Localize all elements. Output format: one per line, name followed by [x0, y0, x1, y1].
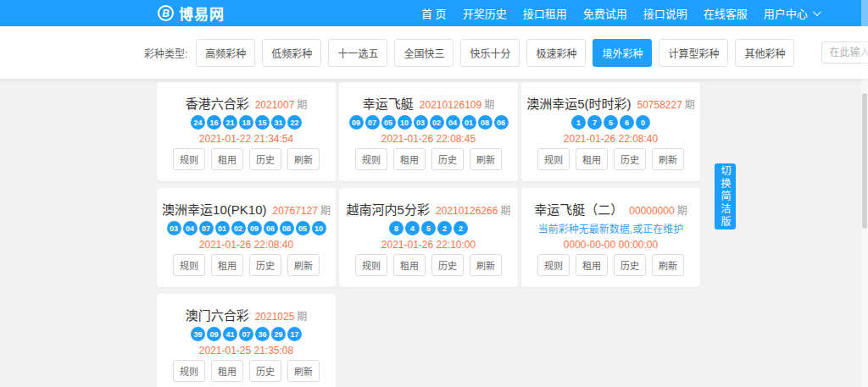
lottery-ball: 6	[620, 115, 634, 130]
lottery-ball: 05	[296, 221, 310, 235]
history-button[interactable]: 历史	[249, 360, 281, 382]
scrollbar-track[interactable]	[861, 0, 868, 387]
nav-item[interactable]: 接口说明	[643, 5, 687, 21]
rent-button[interactable]: 租用	[393, 148, 426, 170]
rent-button[interactable]: 租用	[211, 254, 243, 276]
lottery-ball: 5	[604, 115, 618, 130]
refresh-button[interactable]: 刷新	[470, 148, 502, 170]
lottery-ball: 01	[462, 115, 476, 130]
draw-time: 2021-01-26 22:08:40	[199, 239, 293, 251]
filter-tab[interactable]: 快乐十分	[460, 39, 520, 67]
nav-item[interactable]: 首 页	[421, 5, 447, 21]
filter-tab[interactable]: 计算型彩种	[659, 39, 728, 67]
nav-item[interactable]: 在线客服	[704, 5, 748, 21]
lottery-ball: 09	[207, 327, 221, 341]
refresh-button[interactable]: 刷新	[652, 254, 684, 276]
lottery-ball: 04	[183, 221, 198, 235]
history-button[interactable]: 历史	[431, 148, 464, 170]
refresh-button[interactable]: 刷新	[652, 148, 684, 170]
history-button[interactable]: 历史	[614, 148, 646, 170]
lottery-ball: 2	[453, 221, 468, 235]
nav-item[interactable]: 接口租用	[523, 5, 567, 21]
lottery-ball: 5	[421, 221, 436, 235]
issue-suffix: 期	[320, 205, 331, 217]
filter-tab[interactable]: 其他彩种	[735, 39, 794, 67]
rule-button[interactable]: 规则	[355, 148, 387, 170]
scrollbar-thumb[interactable]	[862, 93, 867, 229]
site-logo[interactable]: B 博易网	[158, 0, 225, 26]
rule-button[interactable]: 规则	[537, 254, 570, 276]
lottery-ball: 31	[271, 115, 286, 130]
lottery-card: 幸运飞艇（二）00000000期 当前彩种无最新数据,或正在维护 0000-00…	[521, 188, 700, 287]
refresh-button[interactable]: 刷新	[287, 254, 320, 276]
refresh-button[interactable]: 刷新	[470, 254, 502, 276]
maintenance-message: 当前彩种无最新数据,或正在维护	[538, 221, 683, 235]
filter-tab[interactable]: 低频彩种	[262, 39, 321, 67]
history-button[interactable]: 历史	[249, 148, 281, 170]
rent-button[interactable]: 租用	[576, 254, 608, 276]
nav-item[interactable]: 开奖历史	[463, 5, 507, 21]
lottery-ball: 15	[255, 115, 270, 130]
lottery-ball: 09	[349, 115, 364, 130]
rent-button[interactable]: 租用	[576, 148, 608, 170]
issue-number: 50758227	[637, 99, 682, 111]
issue-number: 2021025	[255, 311, 295, 323]
rent-button[interactable]: 租用	[211, 148, 243, 170]
draw-time: 2021-01-26 22:10:00	[381, 239, 476, 251]
lottery-ball: 01	[215, 221, 230, 235]
refresh-button[interactable]: 刷新	[287, 148, 320, 170]
issue-suffix: 期	[685, 99, 695, 111]
lottery-ball: 0	[636, 115, 650, 130]
lottery-ball: 03	[167, 221, 181, 235]
lottery-ball: 41	[223, 327, 237, 341]
lottery-ball: 10	[398, 115, 412, 130]
lottery-ball: 07	[239, 327, 253, 341]
issue-suffix: 期	[500, 205, 510, 217]
switch-simple-version-button[interactable]: 切换简洁版	[715, 163, 736, 229]
lottery-card: 越南河内5分彩20210126266期 84522 2021-01-26 22:…	[339, 188, 518, 287]
draw-time: 2021-01-25 21:35:08	[199, 345, 293, 357]
lottery-ball: 16	[207, 115, 221, 130]
lottery-card: 澳洲幸运5(时时彩)50758227期 17560 2021-01-26 22:…	[521, 82, 700, 181]
nav-item[interactable]: 免费试用	[583, 5, 627, 21]
refresh-button[interactable]: 刷新	[287, 360, 320, 382]
lottery-ball: 29	[271, 327, 286, 341]
filter-label: 彩种类型:	[144, 46, 187, 60]
user-center-menu[interactable]: 用户中心	[764, 5, 819, 21]
lottery-cards-grid: 香港六合彩2021007期 24162118153122 2021-01-22 …	[157, 82, 700, 387]
rule-button[interactable]: 规则	[355, 254, 387, 276]
issue-number: 00000000	[629, 205, 674, 217]
lottery-name: 幸运飞艇	[363, 97, 414, 111]
rule-button[interactable]: 规则	[173, 360, 205, 382]
issue-suffix: 期	[677, 205, 687, 217]
history-button[interactable]: 历史	[614, 254, 646, 276]
lottery-ball: 05	[381, 115, 396, 130]
filter-tab[interactable]: 境外彩种	[593, 39, 652, 67]
rule-button[interactable]: 规则	[173, 254, 205, 276]
filter-tab[interactable]: 十一选五	[328, 39, 387, 67]
rent-button[interactable]: 租用	[393, 254, 426, 276]
logo-b-icon: B	[158, 5, 174, 21]
lottery-ball: 10	[312, 221, 326, 235]
lottery-name: 香港六合彩	[186, 97, 249, 111]
issue-number: 20210126266	[436, 205, 498, 217]
rent-button[interactable]: 租用	[211, 360, 243, 382]
history-button[interactable]: 历史	[249, 254, 281, 276]
card-actions: 规则租用历史刷新	[537, 148, 684, 170]
lottery-ball: 02	[231, 221, 246, 235]
lottery-name: 澳洲幸运10(PK10)	[162, 202, 266, 217]
rule-button[interactable]: 规则	[173, 148, 205, 170]
lottery-ball: 09	[248, 221, 262, 235]
filter-tab[interactable]: 极速彩种	[526, 39, 586, 67]
filter-tab[interactable]: 全国快三	[394, 39, 453, 67]
card-actions: 规则租用历史刷新	[173, 360, 320, 382]
draw-numbers: 09070510030204010806	[349, 115, 509, 130]
issue-suffix: 期	[484, 99, 494, 111]
lottery-name: 越南河内5分彩	[347, 202, 430, 217]
lottery-name: 幸运飞艇（二）	[534, 202, 623, 217]
lottery-ball: 04	[446, 115, 460, 130]
rule-button[interactable]: 规则	[537, 148, 570, 170]
filter-bar: 彩种类型: 高频彩种低频彩种十一选五全国快三快乐十分极速彩种境外彩种计算型彩种其…	[0, 26, 868, 79]
filter-tab[interactable]: 高频彩种	[196, 39, 255, 67]
history-button[interactable]: 历史	[431, 254, 464, 276]
